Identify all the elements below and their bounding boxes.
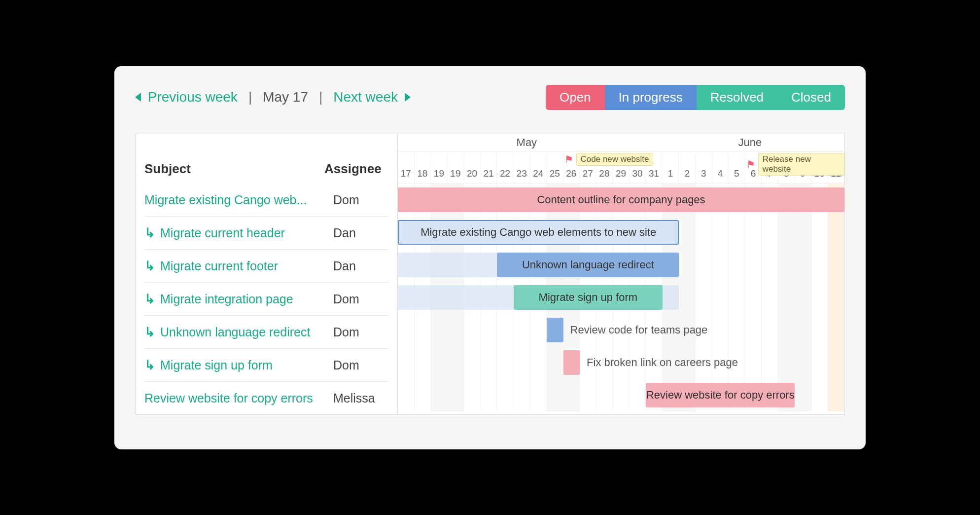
task-subject[interactable]: Migrate sign up form (136, 358, 333, 373)
day-number: 25 (547, 152, 563, 183)
task-assignee: Dan (333, 259, 397, 273)
task-row: Unknown language redirectDom (136, 316, 397, 348)
month-label: May (398, 136, 656, 149)
status-legend: Open In progress Resolved Closed (546, 85, 845, 110)
task-row: Migrate sign up formDom (136, 349, 397, 381)
milestone-flag[interactable]: ⚑Code new website (564, 153, 654, 166)
gantt-bar[interactable] (663, 285, 679, 310)
day-number: 18 (415, 152, 431, 183)
month-header: MayJune (398, 134, 844, 152)
toolbar: Previous week | May 17 | Next week Open … (135, 85, 845, 110)
task-subject[interactable]: Migrate existing Cango web... (136, 193, 333, 207)
task-list-header: Subject Assignee (136, 134, 397, 184)
gantt-bar[interactable]: Migrate sign up form (514, 285, 663, 310)
day-number: 21 (481, 152, 497, 183)
gantt-panel: Previous week | May 17 | Next week Open … (114, 66, 866, 449)
task-assignee: Dom (333, 325, 397, 339)
day-number: 23 (514, 152, 530, 183)
task-assignee: Dom (333, 292, 397, 306)
day-number: 1 (663, 152, 679, 183)
timeline-row: Unknown language redirect (398, 249, 844, 281)
day-number: 22 (497, 152, 514, 183)
column-assignee: Assignee (324, 161, 388, 177)
task-row: Review website for copy errorsMelissa (136, 382, 397, 414)
chevron-right-icon (405, 93, 411, 102)
task-subject[interactable]: Migrate current footer (136, 258, 333, 274)
task-list: Subject Assignee Migrate existing Cango … (136, 134, 398, 414)
status-resolved[interactable]: Resolved (697, 85, 777, 110)
milestone-label: Release new website (758, 153, 844, 176)
timeline-row: Fix broken link on careers page (398, 346, 844, 379)
separator: | (319, 89, 322, 105)
day-number: 17 (398, 152, 415, 183)
gantt-bar-label: Review code for teams page (570, 324, 708, 336)
milestone-flag[interactable]: ⚑Release new website (746, 153, 844, 176)
day-number: 5 (729, 152, 745, 183)
day-number: 2 (679, 152, 696, 183)
task-row: Migrate current headerDan (136, 217, 397, 249)
timeline-row: Review website for copy errors (398, 379, 844, 411)
day-number: 4 (712, 152, 729, 183)
task-row: Migrate current footerDan (136, 250, 397, 282)
gantt-bar[interactable]: Fix broken link on careers page (563, 350, 580, 375)
task-row: Migrate existing Cango web...Dom (136, 184, 397, 216)
task-assignee: Dom (333, 193, 397, 207)
milestone-label: Code new website (576, 153, 654, 166)
gantt-bar[interactable]: Unknown language redirect (497, 253, 679, 277)
day-number: 20 (464, 152, 481, 183)
task-subject[interactable]: Migrate current header (136, 225, 333, 241)
status-in-progress[interactable]: In progress (605, 85, 697, 110)
chevron-left-icon (135, 93, 141, 102)
gantt-bar-label: Fix broken link on careers page (587, 356, 738, 369)
timeline[interactable]: MayJune 17181919202122232425262728293031… (398, 134, 844, 414)
next-week-button[interactable]: Next week (333, 89, 411, 105)
column-subject: Subject (144, 161, 324, 177)
timeline-row: Review code for teams page (398, 314, 844, 346)
next-week-label: Next week (333, 89, 398, 105)
current-date: May 17 (263, 89, 308, 105)
gantt-bar[interactable] (398, 285, 514, 310)
separator: | (248, 89, 252, 105)
gantt-bar[interactable]: Content outline for company pages (398, 187, 844, 212)
previous-week-button[interactable]: Previous week (135, 89, 238, 105)
day-header: 1718191920212223242526272829303112345678… (398, 152, 844, 184)
gantt-bar[interactable] (398, 253, 497, 277)
gantt-chart: Subject Assignee Migrate existing Cango … (135, 134, 845, 415)
gantt-bar[interactable]: Migrate existing Cango web elements to n… (398, 220, 679, 245)
day-number: 3 (696, 152, 712, 183)
task-subject[interactable]: Migrate integration page (136, 292, 333, 307)
day-number: 19 (431, 152, 448, 183)
task-row: Migrate integration pageDom (136, 283, 397, 315)
timeline-row: Migrate existing Cango web elements to n… (398, 216, 844, 249)
flag-icon: ⚑ (564, 153, 573, 165)
timeline-row: Migrate sign up form (398, 281, 844, 314)
gantt-bar[interactable]: Review code for teams page (547, 318, 563, 342)
task-assignee: Dom (333, 358, 397, 372)
timeline-body: Content outline for company pagesMigrate… (398, 184, 844, 411)
timeline-row: Content outline for company pages (398, 184, 844, 216)
day-number: 19 (448, 152, 464, 183)
day-number: 24 (530, 152, 547, 183)
month-label: June (656, 136, 844, 149)
prev-week-label: Previous week (148, 89, 238, 105)
task-assignee: Dan (333, 226, 397, 240)
status-open[interactable]: Open (546, 85, 605, 110)
week-navigation: Previous week | May 17 | Next week (135, 89, 411, 105)
task-subject[interactable]: Review website for copy errors (136, 391, 333, 405)
task-assignee: Melissa (333, 391, 397, 405)
status-closed[interactable]: Closed (777, 85, 845, 110)
gantt-bar[interactable]: Review website for copy errors (646, 383, 795, 407)
flag-icon: ⚑ (746, 158, 755, 170)
task-subject[interactable]: Unknown language redirect (136, 325, 333, 340)
